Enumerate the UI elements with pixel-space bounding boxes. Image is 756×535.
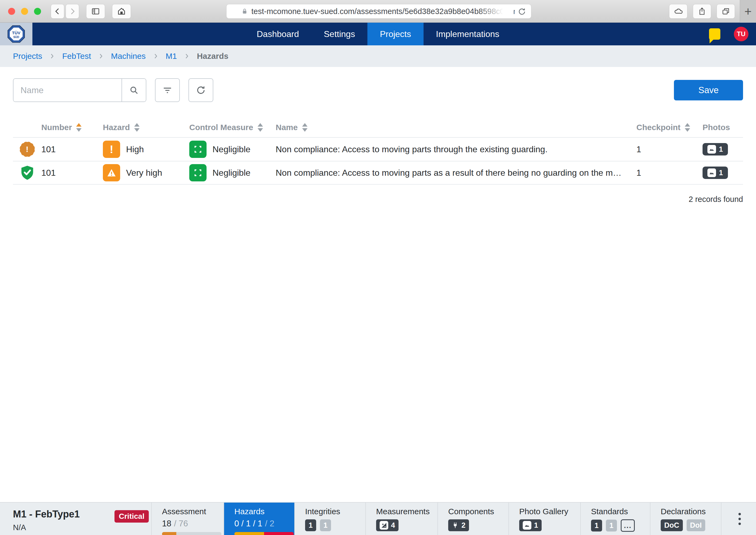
photos-count: 1 [719, 145, 723, 154]
tab-assessment[interactable]: Assessment 18 / 76 [151, 503, 223, 535]
address-bar[interactable]: test-mcomone.tuev-sued.com/assessments/5… [226, 4, 531, 19]
close-window-button[interactable] [8, 8, 15, 15]
assessment-progress-bar [162, 532, 221, 535]
url-text: test-mcomone.tuev-sued.com/assessments/5… [251, 7, 515, 16]
machine-info: M1 - FebType1 N/A Critical [0, 503, 151, 535]
sidebar-icon [91, 7, 100, 16]
breadcrumb-current-hazards: Hazards [197, 52, 228, 61]
menu-item-dashboard[interactable]: Dashboard [244, 23, 311, 45]
hazards-table: Number Hazard Control Measure Name Check… [13, 118, 743, 184]
zoom-window-button[interactable] [34, 8, 41, 15]
machine-footer-bar: M1 - FebType1 N/A Critical Assessment 18… [0, 502, 756, 535]
doc-badge: DoC [661, 519, 683, 531]
sidebar-toggle-button[interactable] [86, 4, 105, 19]
hazard-level-label: Very high [126, 168, 162, 178]
back-button[interactable] [51, 4, 64, 19]
standards-secondary-badge: 1 [606, 520, 617, 531]
standards-more-button[interactable]: ... [621, 519, 635, 532]
search-icon [129, 85, 139, 95]
hazard-level-icon: ! [103, 141, 120, 158]
assessment-total: / 76 [174, 519, 188, 528]
sort-icon[interactable] [76, 123, 81, 132]
cell-name: Non compliance: Access to moving parts t… [276, 144, 636, 155]
logo-text-sud: SÜD [13, 35, 19, 39]
image-icon [708, 145, 716, 154]
exposure-icon [380, 521, 388, 530]
components-count-badge: 2 [448, 519, 469, 531]
table-row[interactable]: ! 101 ! High Negligible Non compliance: … [13, 137, 743, 161]
tuv-sud-logo[interactable]: TÜV SÜD [0, 23, 32, 45]
viewfinder-icon [193, 168, 202, 177]
feedback-bubble-icon[interactable] [709, 28, 720, 40]
main-menu: Dashboard Settings Projects Implementati… [244, 23, 512, 45]
control-measure-label: Negligible [213, 168, 250, 178]
photos-count: 1 [719, 169, 723, 177]
minimize-window-button[interactable] [21, 8, 28, 15]
breadcrumb-machines[interactable]: Machines [111, 52, 146, 61]
seal-exclamation-icon: ! [20, 142, 35, 157]
cell-checkpoint: 1 [636, 144, 703, 155]
tab-overview-button[interactable] [716, 4, 735, 19]
breadcrumb-febtest[interactable]: FebTest [62, 52, 91, 61]
icloud-tabs-button[interactable] [669, 4, 687, 19]
plug-icon [452, 522, 459, 529]
breadcrumb-projects[interactable]: Projects [13, 52, 42, 61]
cell-number: 101 [41, 168, 103, 178]
control-measure-icon [189, 141, 207, 158]
tab-photo-gallery[interactable]: Photo Gallery 1 [509, 503, 580, 535]
browser-chrome: test-mcomone.tuev-sued.com/assessments/5… [0, 0, 756, 23]
hazards-counts: 0 / 1 / 1 [234, 519, 262, 528]
menu-item-implementations[interactable]: Implementations [423, 23, 512, 45]
critical-status-badge: Critical [114, 510, 149, 522]
filter-button[interactable] [155, 78, 180, 102]
tabs-icon [721, 7, 730, 16]
refresh-button[interactable] [189, 78, 213, 102]
chevron-right-icon [152, 53, 159, 60]
cloud-icon [674, 7, 683, 16]
menu-item-settings[interactable]: Settings [311, 23, 367, 45]
new-tab-button[interactable]: + [740, 0, 756, 23]
column-header-hazard[interactable]: Hazard [103, 123, 189, 132]
column-header-checkpoint[interactable]: Checkpoint [636, 123, 703, 132]
photos-badge[interactable]: 1 [703, 167, 728, 179]
control-measure-label: Negligible [213, 144, 250, 155]
share-icon [698, 7, 706, 16]
column-header-photos: Photos [703, 123, 743, 132]
table-row[interactable]: 101 Very high Negligible [13, 161, 743, 184]
tab-hazards[interactable]: Hazards 0 / 1 / 1 / 2 [223, 503, 294, 535]
column-header-name[interactable]: Name [276, 123, 636, 132]
toolbar: Save [13, 78, 743, 102]
forward-button[interactable] [66, 4, 79, 19]
breadcrumb-m1[interactable]: M1 [166, 52, 177, 61]
tab-components[interactable]: Components 2 [437, 503, 509, 535]
column-header-number[interactable]: Number [41, 123, 103, 132]
hazards-page: Save Number Hazard Control Measure Name … [0, 67, 756, 502]
home-button[interactable] [112, 4, 131, 19]
image-icon [708, 168, 716, 177]
image-icon [523, 521, 531, 530]
search-button[interactable] [122, 79, 146, 101]
warning-triangle-icon [106, 168, 117, 178]
tab-integrities[interactable]: Integrities 1 1 [294, 503, 365, 535]
window-controls [8, 8, 41, 15]
search-input[interactable] [14, 79, 122, 101]
save-button[interactable]: Save [674, 80, 743, 100]
cell-name: Non compliance: Access to moving parts a… [276, 168, 636, 178]
reload-button[interactable] [516, 6, 528, 17]
sort-icon[interactable] [302, 123, 307, 132]
sort-icon[interactable] [258, 123, 263, 132]
tab-standards[interactable]: Standards 1 1 ... [580, 503, 650, 535]
control-measure-icon [189, 164, 207, 182]
chevron-right-icon [48, 53, 56, 60]
user-avatar[interactable]: TU [734, 27, 748, 41]
sort-icon[interactable] [134, 123, 140, 132]
sort-icon[interactable] [685, 123, 690, 132]
tab-measurements[interactable]: Measurements 4 [365, 503, 437, 535]
column-header-control-measure[interactable]: Control Measure [189, 123, 276, 132]
tab-declarations[interactable]: Declarations DoC DoI [650, 503, 721, 535]
menu-item-projects[interactable]: Projects [367, 23, 423, 45]
share-button[interactable] [693, 4, 711, 19]
more-options-button[interactable] [739, 513, 741, 525]
photos-badge[interactable]: 1 [703, 143, 728, 155]
app-navbar: TÜV SÜD Dashboard Settings Projects Impl… [0, 23, 756, 45]
